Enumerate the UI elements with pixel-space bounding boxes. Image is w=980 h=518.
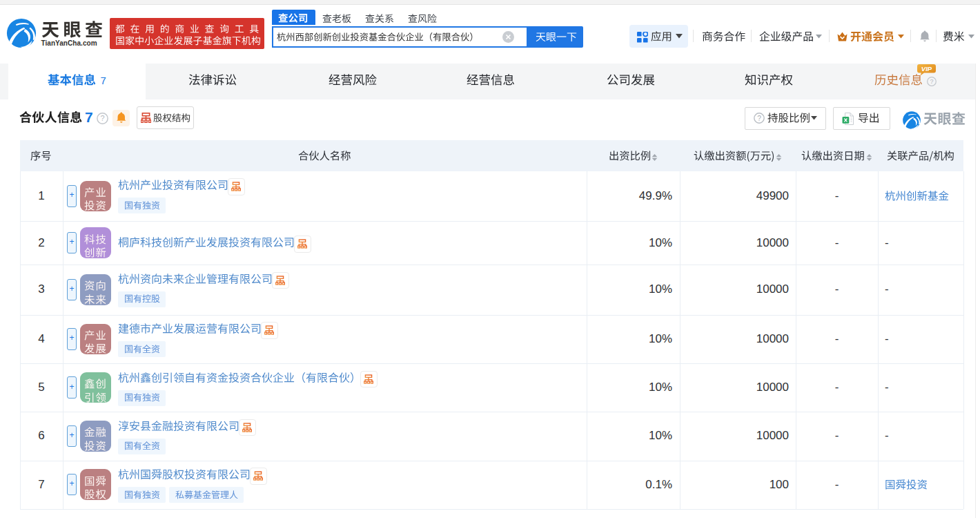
svg-text:?: ? xyxy=(930,78,933,85)
svg-text:?: ? xyxy=(757,115,761,122)
svg-text:VIP: VIP xyxy=(921,65,932,73)
svg-text:?: ? xyxy=(101,115,105,123)
